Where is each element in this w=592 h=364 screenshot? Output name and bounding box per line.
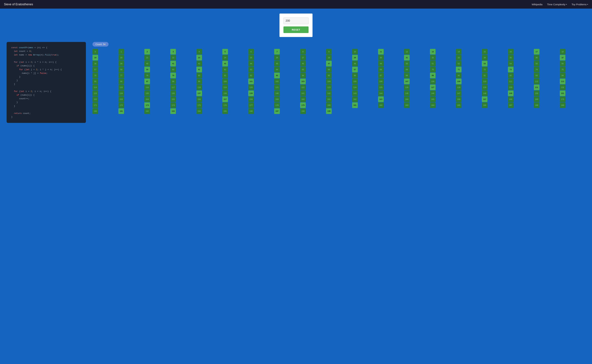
grid-cell-163: 163 xyxy=(378,97,384,102)
grid-cell-148: 148 xyxy=(482,91,488,96)
grid-cell-54: 54 xyxy=(508,61,514,66)
grid-cell-91: 91 xyxy=(482,73,488,78)
grid-cell-87: 87 xyxy=(378,73,384,78)
number-input[interactable] xyxy=(283,18,309,24)
grid-cell-61: 61 xyxy=(196,67,202,72)
grid-cell-140: 140 xyxy=(274,91,280,96)
grid-cell-172: 172 xyxy=(118,102,124,108)
grid-cell-65: 65 xyxy=(300,67,306,72)
grid-cell-144: 144 xyxy=(378,91,384,96)
grid-cell-12: 12 xyxy=(404,49,410,54)
grid-cell-48: 48 xyxy=(352,61,358,66)
grid-cell-160: 160 xyxy=(300,97,306,102)
grid-cell-50: 50 xyxy=(404,61,410,66)
grid-cell-75: 75 xyxy=(560,67,566,72)
grid-cell-161: 161 xyxy=(326,97,332,102)
grid-cell-157: 157 xyxy=(222,97,228,102)
reset-button[interactable]: RESET xyxy=(283,26,309,33)
grid-cell-13: 13 xyxy=(430,49,436,54)
grid-cell-194: 194 xyxy=(196,108,202,114)
time-complexity-dropdown-arrow: ▾ xyxy=(566,3,567,5)
grid-cell-108: 108 xyxy=(430,79,436,84)
grid-cell-154: 154 xyxy=(144,97,150,102)
grid-cell-17: 17 xyxy=(534,49,540,54)
grid-cell-99: 99 xyxy=(196,79,202,84)
grid-cell-45: 45 xyxy=(274,61,280,66)
grid-cell-29: 29 xyxy=(352,55,358,60)
grid-cell-169: 169 xyxy=(534,97,540,102)
grid-cell-101: 101 xyxy=(248,79,254,84)
grid-cell-167: 167 xyxy=(482,97,488,102)
code-block: const countPrimes = (n) => { let count =… xyxy=(7,42,86,123)
count-badge: Count: 54 xyxy=(92,42,109,46)
grid-cell-187: 187 xyxy=(508,102,514,108)
grid-cell-104: 104 xyxy=(326,79,332,84)
lower-section: const countPrimes = (n) => { let count =… xyxy=(7,42,585,123)
toy-problems-dropdown-arrow: ▾ xyxy=(587,3,588,5)
grid-cell-57: 57 xyxy=(92,67,98,72)
grid-cell-171: 171 xyxy=(92,102,98,108)
grid-cell-82: 82 xyxy=(248,73,254,78)
grid-cell-191: 191 xyxy=(118,108,124,114)
grid-cell-76: 76 xyxy=(92,73,98,78)
grid-cell-180: 180 xyxy=(326,102,332,108)
grid-cell-199: 199 xyxy=(326,108,332,114)
grid-cell-14: 14 xyxy=(456,49,462,54)
sieve-section: Count: 54 012345678910111213141516171819… xyxy=(92,42,585,114)
grid-cell-127: 127 xyxy=(430,84,436,90)
grid-cell-115: 115 xyxy=(118,84,124,90)
grid-cell-51: 51 xyxy=(430,61,436,66)
grid-cell-39: 39 xyxy=(118,61,124,66)
grid-cell-175: 175 xyxy=(196,102,202,108)
input-card: RESET xyxy=(280,13,312,37)
grid-cell-60: 60 xyxy=(170,67,176,72)
grid-cell-68: 68 xyxy=(378,67,384,72)
grid-cell-107: 107 xyxy=(404,79,410,84)
grid-cell-10: 10 xyxy=(352,49,358,54)
grid-cell-77: 77 xyxy=(118,73,124,78)
grid-cell-69: 69 xyxy=(404,67,410,72)
grid-cell-36: 36 xyxy=(534,55,540,60)
grid-cell-153: 153 xyxy=(118,97,124,102)
grid-cell-56: 56 xyxy=(560,61,566,66)
grid-cell-136: 136 xyxy=(170,91,176,96)
grid-cell-46: 46 xyxy=(300,61,306,66)
grid-cell-166: 166 xyxy=(456,97,462,102)
grid-cell-159: 159 xyxy=(274,97,280,102)
app-title: Sieve of Eratosthenes xyxy=(4,3,33,6)
grid-cell-119: 119 xyxy=(222,84,228,90)
grid-cell-184: 184 xyxy=(430,102,436,108)
grid-cell-106: 106 xyxy=(378,79,384,84)
grid-cell-80: 80 xyxy=(196,73,202,78)
grid-cell-2: 2 xyxy=(144,49,150,54)
wikipedia-link[interactable]: Wikipedia xyxy=(532,3,542,6)
grid-cell-26: 26 xyxy=(274,55,280,60)
grid-cell-103: 103 xyxy=(300,79,306,84)
grid-cell-185: 185 xyxy=(456,102,462,108)
grid-cell-179: 179 xyxy=(300,102,306,108)
grid-cell-41: 41 xyxy=(170,61,176,66)
grid-cell-120: 120 xyxy=(248,84,254,90)
grid-cell-79: 79 xyxy=(170,73,176,78)
grid-cell-96: 96 xyxy=(118,79,124,84)
nav-links: Wikipedia Time Complexity ▾ Toy Problems… xyxy=(532,3,588,6)
grid-cell-143: 143 xyxy=(352,91,358,96)
grid-cell-189: 189 xyxy=(560,102,566,108)
grid-cell-15: 15 xyxy=(482,49,488,54)
grid-cell-192: 192 xyxy=(144,108,150,114)
time-complexity-link[interactable]: Time Complexity ▾ xyxy=(547,3,567,6)
grid-cell-178: 178 xyxy=(274,102,280,108)
grid-cell-131: 131 xyxy=(534,84,540,90)
grid-cell-197: 197 xyxy=(274,108,280,114)
grid-cell-78: 78 xyxy=(144,73,150,78)
grid-cell-4: 4 xyxy=(196,49,202,54)
grid-cell-114: 114 xyxy=(92,84,98,90)
grid-cell-47: 47 xyxy=(326,61,332,66)
toy-problems-link[interactable]: Toy Problems ▾ xyxy=(572,3,588,6)
grid-cell-1: 1 xyxy=(118,49,124,54)
grid-cell-98: 98 xyxy=(170,79,176,84)
grid-cell-181: 181 xyxy=(352,102,358,108)
grid-cell-141: 141 xyxy=(300,91,306,96)
grid-cell-149: 149 xyxy=(508,91,514,96)
grid-cell-66: 66 xyxy=(326,67,332,72)
